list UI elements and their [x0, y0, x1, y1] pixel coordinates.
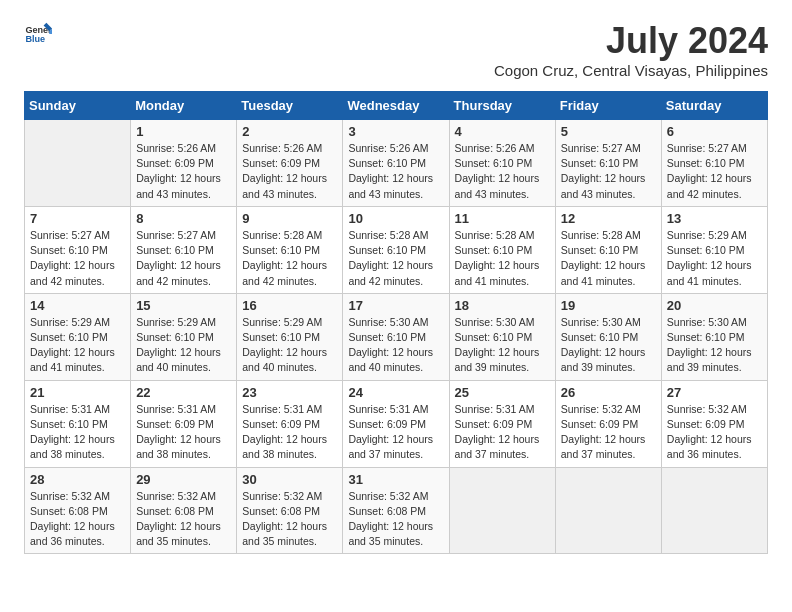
- day-cell: 9 Sunrise: 5:28 AM Sunset: 6:10 PM Dayli…: [237, 206, 343, 293]
- day-info: Sunrise: 5:30 AM Sunset: 6:10 PM Dayligh…: [348, 315, 443, 376]
- calendar-body: 1 Sunrise: 5:26 AM Sunset: 6:09 PM Dayli…: [25, 120, 768, 554]
- day-cell: 16 Sunrise: 5:29 AM Sunset: 6:10 PM Dayl…: [237, 293, 343, 380]
- calendar-table: Sunday Monday Tuesday Wednesday Thursday…: [24, 91, 768, 554]
- day-cell: 8 Sunrise: 5:27 AM Sunset: 6:10 PM Dayli…: [131, 206, 237, 293]
- day-number: 12: [561, 211, 656, 226]
- day-info: Sunrise: 5:32 AM Sunset: 6:08 PM Dayligh…: [242, 489, 337, 550]
- day-number: 8: [136, 211, 231, 226]
- day-cell: 31 Sunrise: 5:32 AM Sunset: 6:08 PM Dayl…: [343, 467, 449, 554]
- day-cell: 4 Sunrise: 5:26 AM Sunset: 6:10 PM Dayli…: [449, 120, 555, 207]
- day-number: 2: [242, 124, 337, 139]
- day-number: 25: [455, 385, 550, 400]
- day-number: 10: [348, 211, 443, 226]
- day-cell: 30 Sunrise: 5:32 AM Sunset: 6:08 PM Dayl…: [237, 467, 343, 554]
- day-number: 3: [348, 124, 443, 139]
- day-info: Sunrise: 5:29 AM Sunset: 6:10 PM Dayligh…: [667, 228, 762, 289]
- day-number: 5: [561, 124, 656, 139]
- week-row-5: 28 Sunrise: 5:32 AM Sunset: 6:08 PM Dayl…: [25, 467, 768, 554]
- day-info: Sunrise: 5:31 AM Sunset: 6:09 PM Dayligh…: [348, 402, 443, 463]
- day-info: Sunrise: 5:32 AM Sunset: 6:08 PM Dayligh…: [30, 489, 125, 550]
- day-info: Sunrise: 5:26 AM Sunset: 6:09 PM Dayligh…: [136, 141, 231, 202]
- day-info: Sunrise: 5:30 AM Sunset: 6:10 PM Dayligh…: [667, 315, 762, 376]
- day-info: Sunrise: 5:31 AM Sunset: 6:09 PM Dayligh…: [136, 402, 231, 463]
- day-cell: 11 Sunrise: 5:28 AM Sunset: 6:10 PM Dayl…: [449, 206, 555, 293]
- day-number: 7: [30, 211, 125, 226]
- day-number: 15: [136, 298, 231, 313]
- col-wednesday: Wednesday: [343, 92, 449, 120]
- day-info: Sunrise: 5:32 AM Sunset: 6:08 PM Dayligh…: [348, 489, 443, 550]
- header: General Blue July 2024 Cogon Cruz, Centr…: [24, 20, 768, 79]
- svg-text:Blue: Blue: [25, 34, 45, 44]
- day-number: 31: [348, 472, 443, 487]
- week-row-1: 1 Sunrise: 5:26 AM Sunset: 6:09 PM Dayli…: [25, 120, 768, 207]
- day-cell: 26 Sunrise: 5:32 AM Sunset: 6:09 PM Dayl…: [555, 380, 661, 467]
- day-info: Sunrise: 5:26 AM Sunset: 6:10 PM Dayligh…: [455, 141, 550, 202]
- day-info: Sunrise: 5:26 AM Sunset: 6:10 PM Dayligh…: [348, 141, 443, 202]
- day-number: 6: [667, 124, 762, 139]
- day-cell: 1 Sunrise: 5:26 AM Sunset: 6:09 PM Dayli…: [131, 120, 237, 207]
- day-cell: 5 Sunrise: 5:27 AM Sunset: 6:10 PM Dayli…: [555, 120, 661, 207]
- day-cell: 2 Sunrise: 5:26 AM Sunset: 6:09 PM Dayli…: [237, 120, 343, 207]
- day-number: 9: [242, 211, 337, 226]
- week-row-4: 21 Sunrise: 5:31 AM Sunset: 6:10 PM Dayl…: [25, 380, 768, 467]
- week-row-3: 14 Sunrise: 5:29 AM Sunset: 6:10 PM Dayl…: [25, 293, 768, 380]
- day-number: 17: [348, 298, 443, 313]
- day-cell: 6 Sunrise: 5:27 AM Sunset: 6:10 PM Dayli…: [661, 120, 767, 207]
- day-info: Sunrise: 5:30 AM Sunset: 6:10 PM Dayligh…: [561, 315, 656, 376]
- day-number: 29: [136, 472, 231, 487]
- day-info: Sunrise: 5:28 AM Sunset: 6:10 PM Dayligh…: [348, 228, 443, 289]
- day-info: Sunrise: 5:29 AM Sunset: 6:10 PM Dayligh…: [30, 315, 125, 376]
- day-info: Sunrise: 5:26 AM Sunset: 6:09 PM Dayligh…: [242, 141, 337, 202]
- day-number: 24: [348, 385, 443, 400]
- day-info: Sunrise: 5:31 AM Sunset: 6:09 PM Dayligh…: [242, 402, 337, 463]
- day-cell: 14 Sunrise: 5:29 AM Sunset: 6:10 PM Dayl…: [25, 293, 131, 380]
- day-info: Sunrise: 5:27 AM Sunset: 6:10 PM Dayligh…: [667, 141, 762, 202]
- day-number: 14: [30, 298, 125, 313]
- day-cell: [25, 120, 131, 207]
- day-cell: 13 Sunrise: 5:29 AM Sunset: 6:10 PM Dayl…: [661, 206, 767, 293]
- col-friday: Friday: [555, 92, 661, 120]
- day-info: Sunrise: 5:32 AM Sunset: 6:09 PM Dayligh…: [667, 402, 762, 463]
- day-info: Sunrise: 5:32 AM Sunset: 6:09 PM Dayligh…: [561, 402, 656, 463]
- day-number: 30: [242, 472, 337, 487]
- day-cell: 24 Sunrise: 5:31 AM Sunset: 6:09 PM Dayl…: [343, 380, 449, 467]
- day-cell: 27 Sunrise: 5:32 AM Sunset: 6:09 PM Dayl…: [661, 380, 767, 467]
- header-row: Sunday Monday Tuesday Wednesday Thursday…: [25, 92, 768, 120]
- day-number: 11: [455, 211, 550, 226]
- day-info: Sunrise: 5:28 AM Sunset: 6:10 PM Dayligh…: [242, 228, 337, 289]
- day-cell: [555, 467, 661, 554]
- day-number: 22: [136, 385, 231, 400]
- day-number: 21: [30, 385, 125, 400]
- col-saturday: Saturday: [661, 92, 767, 120]
- day-cell: 20 Sunrise: 5:30 AM Sunset: 6:10 PM Dayl…: [661, 293, 767, 380]
- day-cell: 22 Sunrise: 5:31 AM Sunset: 6:09 PM Dayl…: [131, 380, 237, 467]
- day-cell: 28 Sunrise: 5:32 AM Sunset: 6:08 PM Dayl…: [25, 467, 131, 554]
- main-title: July 2024: [494, 20, 768, 62]
- day-info: Sunrise: 5:29 AM Sunset: 6:10 PM Dayligh…: [136, 315, 231, 376]
- day-info: Sunrise: 5:31 AM Sunset: 6:10 PM Dayligh…: [30, 402, 125, 463]
- day-cell: 7 Sunrise: 5:27 AM Sunset: 6:10 PM Dayli…: [25, 206, 131, 293]
- day-number: 26: [561, 385, 656, 400]
- col-monday: Monday: [131, 92, 237, 120]
- day-number: 18: [455, 298, 550, 313]
- day-cell: 23 Sunrise: 5:31 AM Sunset: 6:09 PM Dayl…: [237, 380, 343, 467]
- day-cell: 29 Sunrise: 5:32 AM Sunset: 6:08 PM Dayl…: [131, 467, 237, 554]
- calendar-header: Sunday Monday Tuesday Wednesday Thursday…: [25, 92, 768, 120]
- day-number: 1: [136, 124, 231, 139]
- day-number: 20: [667, 298, 762, 313]
- day-number: 23: [242, 385, 337, 400]
- day-info: Sunrise: 5:28 AM Sunset: 6:10 PM Dayligh…: [455, 228, 550, 289]
- day-info: Sunrise: 5:31 AM Sunset: 6:09 PM Dayligh…: [455, 402, 550, 463]
- day-cell: 10 Sunrise: 5:28 AM Sunset: 6:10 PM Dayl…: [343, 206, 449, 293]
- day-cell: 19 Sunrise: 5:30 AM Sunset: 6:10 PM Dayl…: [555, 293, 661, 380]
- day-cell: 15 Sunrise: 5:29 AM Sunset: 6:10 PM Dayl…: [131, 293, 237, 380]
- col-sunday: Sunday: [25, 92, 131, 120]
- day-info: Sunrise: 5:30 AM Sunset: 6:10 PM Dayligh…: [455, 315, 550, 376]
- day-cell: 21 Sunrise: 5:31 AM Sunset: 6:10 PM Dayl…: [25, 380, 131, 467]
- day-info: Sunrise: 5:32 AM Sunset: 6:08 PM Dayligh…: [136, 489, 231, 550]
- logo-icon: General Blue: [24, 20, 52, 48]
- day-cell: 3 Sunrise: 5:26 AM Sunset: 6:10 PM Dayli…: [343, 120, 449, 207]
- title-area: July 2024 Cogon Cruz, Central Visayas, P…: [494, 20, 768, 79]
- day-cell: 18 Sunrise: 5:30 AM Sunset: 6:10 PM Dayl…: [449, 293, 555, 380]
- subtitle: Cogon Cruz, Central Visayas, Philippines: [494, 62, 768, 79]
